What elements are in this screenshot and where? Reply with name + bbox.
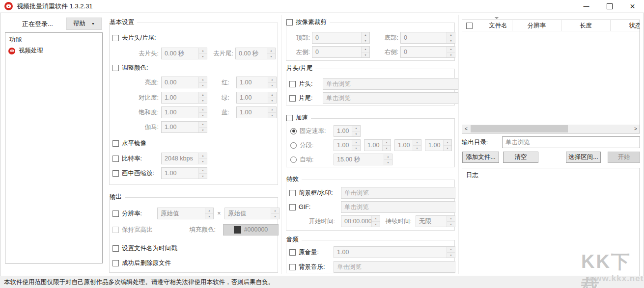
spin-up-icon[interactable]: ▲ <box>271 208 279 214</box>
pip-checkbox[interactable] <box>112 170 119 177</box>
gif-start-spinner[interactable]: 00:00.000▲▼ <box>341 215 380 227</box>
spin-up-icon[interactable]: ▲ <box>199 107 207 113</box>
spin-up-icon[interactable]: ▲ <box>199 92 207 98</box>
crop-bottom-spinner[interactable]: 0▲▼ <box>400 32 455 44</box>
spin-up-icon[interactable]: ▲ <box>268 107 276 113</box>
auto-spinner[interactable]: 15.00 秒▲▼ <box>334 154 392 165</box>
output-dir-input[interactable]: 单击浏览 <box>502 136 640 148</box>
intro-tail-checkbox[interactable] <box>289 95 296 102</box>
spin-up-icon[interactable]: ▲ <box>199 48 207 54</box>
spin-up-icon[interactable]: ▲ <box>352 140 360 146</box>
spin-down-icon[interactable]: ▼ <box>383 146 391 151</box>
crop-top-spinner[interactable]: 0▲▼ <box>312 32 370 44</box>
auto-radio[interactable] <box>290 157 297 163</box>
trim-head-spinner[interactable]: 0.00 秒▲▼ <box>161 48 207 59</box>
spin-up-icon[interactable]: ▲ <box>199 122 207 128</box>
spin-down-icon[interactable]: ▼ <box>413 146 421 151</box>
gif-duration-spinner[interactable]: 无限▲▼ <box>416 215 455 227</box>
spin-up-icon[interactable]: ▲ <box>362 47 369 52</box>
speed-checkbox[interactable] <box>286 115 293 121</box>
spin-down-icon[interactable]: ▼ <box>447 222 455 227</box>
spin-down-icon[interactable]: ▼ <box>199 113 207 118</box>
help-button[interactable]: 帮助 ▼ <box>66 18 102 29</box>
bgm-checkbox[interactable] <box>289 264 296 270</box>
spin-up-icon[interactable]: ▲ <box>268 77 276 83</box>
bitrate-checkbox[interactable] <box>112 156 119 162</box>
bgm-browse-field[interactable]: 单击浏览 <box>334 261 455 273</box>
spin-up-icon[interactable]: ▲ <box>413 140 421 146</box>
saturation-spinner[interactable]: 1.00▲▼ <box>161 106 207 118</box>
spin-down-icon[interactable]: ▼ <box>199 98 207 104</box>
color-adjust-checkbox[interactable] <box>112 65 119 71</box>
green-spinner[interactable]: 1.00▲▼ <box>236 92 277 104</box>
resolution-width-spinner[interactable]: 原始值▲▼ <box>157 208 214 219</box>
contrast-spinner[interactable]: 1.00▲▼ <box>161 92 207 104</box>
crop-right-spinner[interactable]: 0▲▼ <box>400 46 455 58</box>
column-header-status[interactable]: 状态 <box>611 20 640 31</box>
trim-tail-spinner[interactable]: 0.00 秒▲▼ <box>235 48 276 59</box>
segment-spinner-1[interactable]: 1.00▲▼ <box>334 139 361 151</box>
column-header-resolution[interactable]: 分辨率 <box>512 20 561 31</box>
volume-spinner[interactable]: 1.00▲▼ <box>334 246 455 258</box>
maximize-button[interactable] <box>598 0 621 12</box>
spin-down-icon[interactable]: ▼ <box>444 146 451 151</box>
close-button[interactable]: × <box>621 0 644 12</box>
fixed-rate-spinner[interactable]: 1.00▲▼ <box>334 125 361 137</box>
spin-up-icon[interactable]: ▲ <box>447 47 455 52</box>
blue-spinner[interactable]: 1.00▲▼ <box>236 106 277 118</box>
spin-down-icon[interactable]: ▼ <box>447 38 455 44</box>
clear-button[interactable]: 清空 <box>503 152 538 163</box>
bitrate-spinner[interactable]: 2048 kbps▲▼ <box>161 153 207 164</box>
red-spinner[interactable]: 1.00▲▼ <box>236 77 277 88</box>
gif-checkbox[interactable] <box>289 204 296 210</box>
spin-down-icon[interactable]: ▼ <box>352 131 360 137</box>
spin-down-icon[interactable]: ▼ <box>447 52 455 58</box>
spin-down-icon[interactable]: ▼ <box>267 54 275 59</box>
spin-down-icon[interactable]: ▼ <box>447 253 455 258</box>
spin-down-icon[interactable]: ▼ <box>199 83 207 88</box>
spin-down-icon[interactable]: ▼ <box>199 159 207 164</box>
select-all-checkbox[interactable] <box>466 23 473 29</box>
spin-down-icon[interactable]: ▼ <box>199 128 207 133</box>
scrollbar-thumb[interactable] <box>471 125 568 132</box>
watermark-checkbox[interactable] <box>289 190 296 196</box>
spin-down-icon[interactable]: ▼ <box>199 174 207 179</box>
scroll-left-icon[interactable]: < <box>462 125 470 133</box>
crop-left-spinner[interactable]: 0▲▼ <box>312 46 370 58</box>
segment-spinner-4[interactable]: 1.00▲▼ <box>425 139 452 151</box>
crop-checkbox[interactable] <box>286 19 293 26</box>
intro-tail-browse-field[interactable]: 单击浏览 <box>323 92 458 104</box>
fixed-rate-radio[interactable] <box>290 128 297 134</box>
mirror-checkbox[interactable] <box>112 140 119 147</box>
spin-down-icon[interactable]: ▼ <box>268 98 276 104</box>
add-files-button[interactable]: 添加文件... <box>462 152 499 163</box>
trim-checkbox[interactable] <box>112 35 119 41</box>
minimize-button[interactable]: — <box>575 0 598 12</box>
column-header-length[interactable]: 长度 <box>561 20 611 31</box>
select-range-button[interactable]: 选择区间... <box>566 152 601 163</box>
spin-down-icon[interactable]: ▼ <box>268 113 276 118</box>
spin-up-icon[interactable]: ▲ <box>372 216 380 222</box>
gamma-spinner[interactable]: 1.00▲▼ <box>161 121 207 133</box>
spin-down-icon[interactable]: ▼ <box>352 146 360 151</box>
timestamp-checkbox[interactable] <box>112 245 119 252</box>
spin-up-icon[interactable]: ▲ <box>384 154 392 160</box>
pip-spinner[interactable]: 1.00▲▼ <box>161 167 207 179</box>
spin-up-icon[interactable]: ▲ <box>199 153 207 159</box>
spin-down-icon[interactable]: ▼ <box>205 214 213 219</box>
spin-up-icon[interactable]: ▲ <box>267 48 275 54</box>
spin-down-icon[interactable]: ▼ <box>372 222 380 227</box>
spin-down-icon[interactable]: ▼ <box>362 38 369 44</box>
segment-spinner-3[interactable]: 1.00▲▼ <box>394 139 421 151</box>
spin-up-icon[interactable]: ▲ <box>362 32 369 38</box>
segment-spinner-2[interactable]: 1.00▲▼ <box>364 139 391 151</box>
intro-head-browse-field[interactable]: 单击浏览 <box>323 78 458 90</box>
spin-up-icon[interactable]: ▲ <box>447 247 455 253</box>
spin-up-icon[interactable]: ▲ <box>205 208 213 214</box>
spin-up-icon[interactable]: ▲ <box>199 168 207 174</box>
spin-down-icon[interactable]: ▼ <box>362 52 369 58</box>
spin-up-icon[interactable]: ▲ <box>199 77 207 83</box>
resolution-height-spinner[interactable]: 原始值▲▼ <box>224 208 280 219</box>
fill-color-button[interactable]: #000000 <box>223 224 279 236</box>
spin-down-icon[interactable]: ▼ <box>268 83 276 88</box>
